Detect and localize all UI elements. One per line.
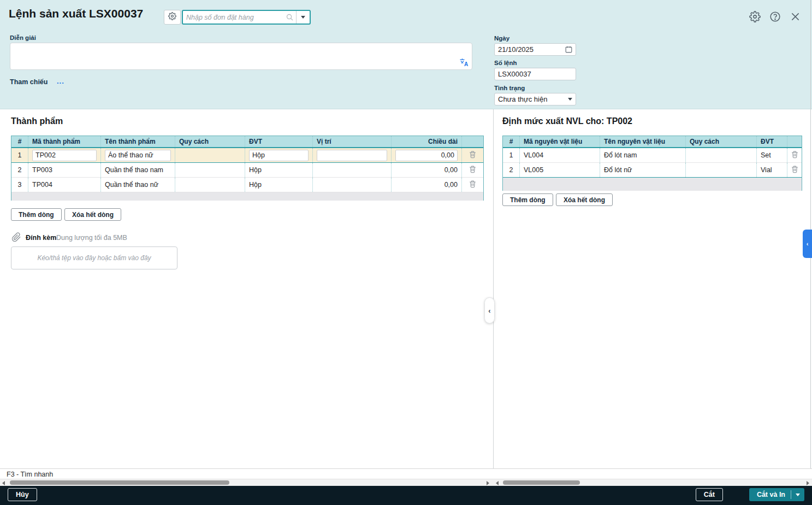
scroll-left-arrow[interactable]: [2, 481, 5, 485]
search-icon: [283, 13, 296, 21]
table-row[interactable]: 2 VL005 Đổ lót nữ Vial: [503, 163, 802, 178]
products-table-header: # Mã thành phẩm Tên thành phẩm Quy cách …: [11, 136, 483, 148]
scroll-left-arrow[interactable]: [496, 481, 499, 485]
materials-table-header: # Mã nguyên vật liệu Tên nguyên vật liệu…: [503, 136, 802, 148]
help-icon[interactable]: [769, 11, 781, 22]
column-header: Tên nguyên vật liệu: [600, 136, 685, 147]
unit-cell[interactable]: Hộp: [245, 178, 312, 192]
search-dropdown-button[interactable]: [297, 16, 310, 19]
order-no-input[interactable]: [498, 70, 572, 78]
delete-row-button[interactable]: [466, 178, 479, 192]
date-field[interactable]: [494, 43, 576, 56]
spec-cell[interactable]: [685, 148, 756, 162]
column-header: Vị trí: [312, 136, 391, 147]
cut-and-print-dropdown[interactable]: [791, 494, 804, 496]
delete-row-button[interactable]: [466, 148, 479, 162]
column-header: ĐVT: [245, 136, 312, 147]
location-cell[interactable]: [312, 163, 391, 177]
row-number: 3: [11, 178, 28, 192]
gear-icon: [168, 12, 176, 22]
quick-find-hint: F3 - Tìm nhanh: [7, 471, 53, 478]
product-name-cell[interactable]: Quần thể thao nam: [100, 163, 175, 177]
chevron-down-icon: [568, 98, 572, 101]
left-pane-scrollbar-thumb[interactable]: [10, 480, 229, 485]
unit-cell[interactable]: Hộp: [245, 163, 312, 177]
order-no-label: Số lệnh: [494, 60, 517, 66]
page-title: Lệnh sản xuất LSX00037: [9, 7, 143, 20]
cut-and-print-button[interactable]: Cắt và In: [749, 488, 804, 501]
paperclip-icon: [11, 232, 21, 242]
column-header: Tên thành phẩm: [100, 136, 175, 147]
add-row-button[interactable]: Thêm dòng: [502, 193, 553, 206]
svg-text:A: A: [464, 61, 468, 67]
attachment-label: Đính kèm: [26, 234, 56, 242]
order-no-field[interactable]: [494, 68, 576, 80]
material-name-cell[interactable]: Đổ lót nam: [600, 148, 685, 162]
scroll-right-arrow[interactable]: [807, 481, 809, 485]
table-row[interactable]: 1: [11, 148, 483, 163]
horizontal-scrollbars: [0, 479, 812, 486]
row-number: 2: [503, 163, 519, 177]
cut-button[interactable]: Cắt: [696, 488, 723, 501]
order-search-input[interactable]: [183, 14, 283, 21]
calendar-icon[interactable]: [565, 45, 573, 55]
length-input[interactable]: [395, 150, 458, 161]
row-number: 1: [11, 148, 28, 162]
collapse-left-pane-handle[interactable]: ‹: [484, 297, 495, 324]
length-cell[interactable]: 0,00: [391, 163, 461, 177]
date-input[interactable]: [498, 45, 572, 54]
column-header-actions: [461, 136, 483, 147]
pane-divider: [493, 109, 494, 486]
delete-row-button[interactable]: [791, 163, 798, 177]
search-settings-button[interactable]: [164, 10, 181, 25]
unit-input[interactable]: [249, 150, 309, 161]
footer-bar: Hủy Cắt Cắt và In: [0, 486, 812, 505]
unit-cell[interactable]: Vial: [756, 163, 787, 177]
file-dropzone[interactable]: Kéo/thả tệp vào đây hoặc bấm vào đây: [11, 246, 177, 269]
add-row-button[interactable]: Thêm dòng: [11, 208, 62, 221]
settings-icon[interactable]: [749, 11, 761, 22]
reference-label: Tham chiếu: [10, 78, 48, 86]
spec-cell[interactable]: [175, 148, 245, 162]
close-icon[interactable]: [790, 11, 801, 22]
spec-cell[interactable]: [685, 163, 756, 177]
column-header: #: [11, 136, 28, 147]
table-row[interactable]: 2 TP003 Quần thể thao nam Hộp 0,00: [11, 163, 483, 178]
translate-icon[interactable]: A: [459, 57, 469, 67]
table-row[interactable]: 3 TP004 Quần thể thao nữ Hộp 0,00: [11, 178, 483, 192]
row-number: 2: [11, 163, 28, 177]
column-header: Mã nguyên vật liệu: [519, 136, 600, 147]
status-select[interactable]: Chưa thực hiện: [494, 93, 576, 105]
spec-cell[interactable]: [175, 178, 245, 192]
material-code-cell[interactable]: VL005: [519, 163, 600, 177]
table-filler: [11, 192, 483, 201]
scroll-right-arrow[interactable]: [487, 481, 489, 485]
products-section-title: Thành phẩm: [11, 116, 63, 126]
chevron-down-icon: [301, 16, 305, 19]
header-section: Lệnh sản xuất LSX00037 Diễ: [0, 0, 812, 109]
product-name-cell[interactable]: Quần thể thao nữ: [100, 178, 175, 192]
reference-more-link[interactable]: ...: [57, 77, 64, 85]
product-code-input[interactable]: [32, 150, 97, 161]
unit-cell[interactable]: Set: [756, 148, 787, 162]
product-code-cell[interactable]: TP003: [28, 163, 100, 177]
cancel-button[interactable]: Hủy: [8, 488, 37, 501]
length-cell[interactable]: 0,00: [391, 178, 461, 192]
column-header: #: [503, 136, 519, 147]
product-code-cell[interactable]: TP004: [28, 178, 100, 192]
clear-rows-button[interactable]: Xóa hết dòng: [556, 193, 613, 206]
description-textarea[interactable]: A: [10, 43, 472, 70]
table-row[interactable]: 1 VL004 Đổ lót nam Set: [503, 148, 802, 163]
product-name-input[interactable]: [105, 150, 171, 161]
clear-rows-button[interactable]: Xóa hết dòng: [64, 208, 121, 221]
right-pane-scrollbar-thumb[interactable]: [503, 480, 580, 485]
material-code-cell[interactable]: VL004: [519, 148, 600, 162]
side-panel-tab[interactable]: ‹: [803, 230, 812, 258]
delete-row-button[interactable]: [466, 163, 479, 177]
material-name-cell[interactable]: Đổ lót nữ: [600, 163, 685, 177]
delete-row-button[interactable]: [791, 148, 798, 162]
spec-cell[interactable]: [175, 163, 245, 177]
column-header: Quy cách: [685, 136, 756, 147]
location-input[interactable]: [317, 150, 387, 161]
location-cell[interactable]: [312, 178, 391, 192]
